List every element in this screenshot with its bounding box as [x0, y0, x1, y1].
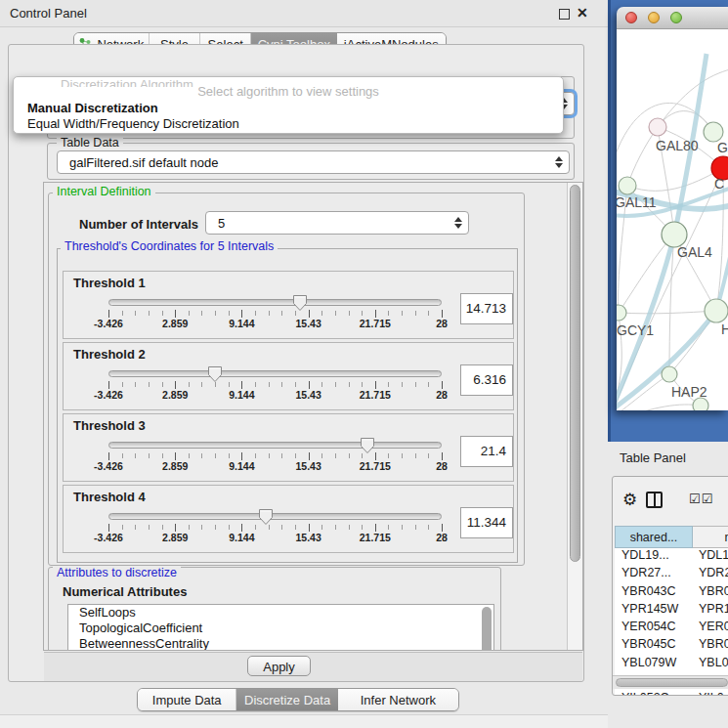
scale-label: -3.426	[94, 389, 123, 401]
slider-handle[interactable]	[258, 508, 274, 526]
slider-ticks	[108, 311, 442, 316]
slider-ticks	[108, 525, 442, 530]
slider-ticks	[108, 382, 442, 387]
table-row[interactable]: YDL19...YDL1	[615, 548, 728, 566]
thresholds-group: Threshold 1 -3.4262.8599.14415.4321.7152…	[57, 248, 518, 563]
scale-label: 15.43	[295, 389, 321, 401]
table-row[interactable]: YIL052CYIL0	[615, 691, 728, 696]
close-panel-icon[interactable]: ✕	[577, 5, 588, 21]
table-row[interactable]: YDR27...YDR2	[615, 566, 728, 583]
thresholds-title-label: Threshold's Coordinates for 5 Intervals	[61, 239, 278, 253]
table-row[interactable]: YPR145WYPR1	[615, 602, 728, 620]
threshold-3-row: Threshold 3 -3.4262.8599.14415.4321.7152…	[63, 413, 514, 482]
table-data-label: Table Data	[57, 136, 123, 150]
network-node[interactable]	[617, 305, 626, 321]
scale-label: 21.715	[360, 318, 391, 329]
scale-label: 21.715	[360, 389, 391, 401]
slider-track[interactable]	[108, 370, 442, 377]
threshold-3-slider[interactable]: -3.4262.8599.14415.4321.71528	[108, 414, 442, 483]
network-canvas[interactable]: GAL80GACGAL11GAL4GCY1HHAP2	[617, 29, 728, 410]
scale-label: 15.43	[295, 460, 321, 472]
table-row[interactable]: YBR045CYBR0	[615, 637, 728, 655]
combo-stepper-icon	[449, 217, 468, 229]
desktop-edge	[608, 0, 611, 442]
table-row[interactable]: YER054CYER0	[615, 620, 728, 637]
tab-impute-data[interactable]: Impute Data	[138, 689, 236, 710]
scale-label: 9.144	[229, 389, 254, 401]
zoom-window-icon[interactable]	[670, 12, 682, 23]
network-node-label: GAL11	[617, 194, 657, 210]
scale-label: 2.859	[162, 318, 188, 329]
algorithm-option-manual[interactable]: Manual Discretization	[27, 101, 158, 115]
network-node-label: GA	[717, 140, 728, 155]
cyni-bottom-tabbar: Impute Data Discretize Data Infer Networ…	[137, 688, 459, 711]
threshold-2-value-field[interactable]: 6.316	[460, 364, 513, 396]
table-data-value: galFiltered.sif default node	[58, 155, 549, 170]
table-rows: YDL19...YDL1YDR27...YDR2YBR043CYBR0YPR14…	[615, 548, 728, 696]
network-node-label: H	[721, 321, 728, 337]
threshold-2-slider[interactable]: -3.4262.8599.14415.4321.71528	[108, 343, 442, 411]
network-window-titlebar[interactable]	[617, 7, 728, 29]
column-checkboxes-icon[interactable]: ☑☑	[689, 492, 713, 506]
control-panel-header	[0, 0, 608, 27]
slider-track[interactable]	[108, 442, 442, 449]
settings-scrollbar[interactable]	[567, 183, 582, 650]
table-horizontal-scrollbar[interactable]	[613, 675, 728, 689]
slider-ticks	[108, 453, 442, 458]
scale-label: 9.144	[229, 460, 254, 472]
apply-button[interactable]: Apply	[247, 656, 311, 676]
tab-infer-network[interactable]: Infer Network	[338, 689, 458, 710]
table-header-row: shared... na	[615, 526, 728, 548]
number-of-intervals-combobox[interactable]: 5	[205, 211, 469, 235]
network-node-label: C	[714, 176, 724, 192]
slider-track[interactable]	[108, 513, 442, 520]
numerical-attributes-label: Numerical Attributes	[63, 584, 187, 599]
threshold-3-value-field[interactable]: 21.4	[460, 436, 513, 467]
network-node-label: GCY1	[617, 322, 654, 338]
close-window-icon[interactable]	[625, 12, 637, 23]
threshold-4-slider[interactable]: -3.4262.8599.14415.4321.71528	[108, 486, 442, 554]
network-node[interactable]	[704, 122, 723, 142]
threshold-1-value-field[interactable]: 14.713	[460, 293, 513, 324]
threshold-2-row: Threshold 2 -3.4262.8599.14415.4321.7152…	[63, 342, 514, 410]
threshold-1-slider[interactable]: -3.4262.8599.14415.4321.71528	[108, 272, 442, 340]
network-node[interactable]	[619, 177, 636, 194]
slider-handle[interactable]	[292, 294, 308, 312]
algorithm-option-equal-width[interactable]: Equal Width/Frequency Discretization	[27, 116, 239, 131]
scale-label: 9.144	[229, 318, 254, 329]
control-panel-title: Control Panel	[10, 6, 87, 21]
scale-label: -3.426	[94, 532, 123, 543]
network-node[interactable]	[705, 299, 728, 322]
network-node-label: GAL80	[656, 138, 699, 153]
attribute-item[interactable]: BetweennessCentrality	[68, 636, 493, 651]
scale-label: 28	[436, 460, 448, 472]
gear-icon[interactable]: ⚙	[622, 490, 637, 510]
tab-discretize-data[interactable]: Discretize Data	[236, 689, 337, 710]
network-node-label: GAL4	[677, 244, 712, 260]
discretization-algorithm-label: Discretization Algorithm	[61, 77, 193, 87]
scale-label: 21.715	[360, 532, 391, 543]
column-header-name[interactable]: na	[693, 526, 728, 548]
minimize-window-icon[interactable]	[648, 12, 660, 23]
column-layout-icon[interactable]	[646, 492, 663, 508]
column-header-shared-name[interactable]: shared...	[615, 526, 693, 548]
network-node[interactable]	[649, 118, 666, 136]
table-data-combobox[interactable]: galFiltered.sif default node	[57, 150, 570, 174]
slider-handle[interactable]	[360, 437, 375, 454]
slider-track[interactable]	[108, 299, 442, 306]
network-node[interactable]	[662, 366, 677, 382]
scale-label: 2.859	[162, 389, 188, 401]
slider-handle[interactable]	[207, 365, 223, 383]
table-row[interactable]: YBL079WYBL0	[615, 656, 728, 673]
number-of-intervals-label: Number of Intervals	[79, 217, 198, 232]
numerical-attributes-list[interactable]: SelfLoopsTopologicalCoefficientBetweenne…	[67, 604, 494, 651]
attributes-to-discretize-label: Attributes to discretize	[53, 566, 181, 579]
threshold-4-value-field[interactable]: 11.344	[460, 507, 513, 538]
attribute-item[interactable]: TopologicalCoefficient	[68, 621, 493, 636]
table-row[interactable]: YBR043CYBR0	[615, 584, 728, 602]
network-node[interactable]	[693, 398, 708, 410]
float-panel-icon[interactable]	[559, 9, 570, 20]
scale-label: 15.43	[295, 532, 321, 543]
attribute-item[interactable]: SelfLoops	[68, 605, 493, 621]
list-scrollbar[interactable]	[482, 607, 492, 651]
